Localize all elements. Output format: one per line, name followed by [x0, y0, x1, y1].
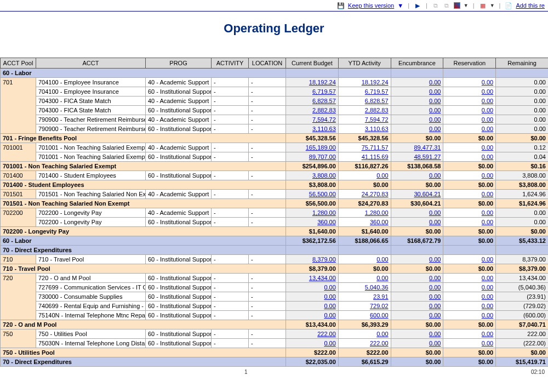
drill-link[interactable]: 0.00: [482, 284, 493, 291]
drill-link[interactable]: 18,192.24: [309, 79, 336, 86]
drill-link[interactable]: 23.91: [373, 293, 389, 300]
play-icon[interactable]: ▶: [414, 2, 421, 9]
chart-icon[interactable]: ▦: [479, 2, 487, 9]
drill-link[interactable]: 0.00: [376, 256, 388, 263]
drill-link[interactable]: 0.00: [482, 293, 493, 300]
drill-link[interactable]: 30,604.21: [414, 191, 441, 197]
drill-link[interactable]: 165,189.00: [306, 144, 336, 151]
drill-link[interactable]: 89,477.31: [414, 144, 441, 151]
drill-link[interactable]: 0.00: [429, 303, 441, 309]
drill-link[interactable]: 360.00: [317, 219, 336, 225]
dropdown-icon-3[interactable]: ▼: [490, 3, 495, 8]
drill-link[interactable]: 0.00: [482, 144, 493, 151]
drill-link[interactable]: 75,711.57: [362, 144, 389, 151]
drill-link[interactable]: 0.00: [429, 340, 441, 346]
drill-link[interactable]: 0.00: [429, 209, 441, 216]
add-report-link[interactable]: Add this re: [516, 2, 545, 9]
drill-link[interactable]: 729.02: [370, 303, 389, 309]
drill-link[interactable]: 222.00: [370, 340, 389, 346]
cell-act: -: [212, 115, 249, 124]
drill-link[interactable]: 0.00: [429, 331, 441, 337]
cell-ytd: 24,270.83: [338, 190, 391, 199]
drill-link[interactable]: 6,828.57: [312, 98, 336, 104]
drill-link[interactable]: 0.00: [429, 256, 441, 263]
drill-link[interactable]: 3,110.63: [312, 126, 336, 132]
drill-link[interactable]: 0.00: [376, 172, 388, 179]
drill-link[interactable]: 0.00: [482, 154, 493, 160]
drill-link[interactable]: 2,882.83: [365, 107, 389, 113]
drill-link[interactable]: 0.00: [482, 107, 493, 113]
drill-link[interactable]: 0.00: [429, 98, 441, 104]
column-header: Encumbrance: [391, 58, 443, 69]
drill-link[interactable]: 0.00: [482, 331, 493, 337]
dropdown-icon-2[interactable]: ▼: [464, 3, 469, 8]
drill-link[interactable]: 3,808.00: [312, 172, 336, 179]
drill-link[interactable]: 0.00: [482, 312, 493, 319]
drill-link[interactable]: 0.00: [429, 107, 441, 113]
drill-link[interactable]: 1,280.00: [365, 209, 389, 216]
cell-res: 0.00: [443, 124, 496, 134]
group-label: 720 - O and M Pool: [1, 320, 286, 329]
drill-link[interactable]: 0.00: [376, 275, 388, 281]
drill-link[interactable]: 0.00: [429, 312, 441, 319]
drill-link[interactable]: 0.00: [324, 284, 335, 291]
drill-link[interactable]: 0.00: [324, 312, 335, 319]
drill-link[interactable]: 0.00: [429, 116, 441, 123]
drill-link[interactable]: 0.00: [429, 172, 441, 179]
drill-link[interactable]: 41,115.69: [362, 154, 389, 160]
drill-link[interactable]: 0.00: [482, 275, 493, 281]
drill-link[interactable]: 0.00: [482, 209, 493, 216]
keep-version-link[interactable]: Keep this version: [348, 2, 394, 9]
drill-link[interactable]: 0.00: [324, 293, 335, 300]
drill-link[interactable]: 0.00: [482, 172, 493, 179]
drill-link[interactable]: 0.00: [482, 256, 493, 263]
drill-link[interactable]: 0.00: [429, 275, 441, 281]
drill-link[interactable]: 0.00: [482, 79, 493, 86]
drill-link[interactable]: 0.00: [482, 116, 493, 123]
cell-enc: 0.00: [391, 78, 443, 87]
drill-link[interactable]: 0.00: [482, 126, 493, 132]
drill-link[interactable]: 5,040.36: [365, 284, 389, 291]
drill-link[interactable]: 600.00: [370, 312, 389, 319]
drill-link[interactable]: 0.00: [324, 340, 335, 346]
cell-loc: -: [249, 218, 286, 227]
drill-link[interactable]: 0.00: [324, 303, 335, 309]
export-icon-1[interactable]: ⧉: [432, 2, 439, 9]
export-icon-2[interactable]: ⧉: [443, 2, 450, 9]
drill-link[interactable]: 0.00: [429, 219, 441, 225]
drill-link[interactable]: 0.00: [429, 284, 441, 291]
drill-link[interactable]: 48,591.27: [414, 154, 441, 160]
drill-link[interactable]: 6,828.57: [365, 98, 389, 104]
drill-link[interactable]: 0.00: [482, 340, 493, 346]
table-row: 790900 - Teacher Retirement Reimbursemen…: [1, 124, 549, 134]
drill-link[interactable]: 0.00: [482, 191, 493, 197]
drill-link[interactable]: 222.00: [317, 331, 336, 337]
color-chip-icon[interactable]: [454, 2, 460, 9]
drill-link[interactable]: 1,280.00: [312, 209, 336, 216]
group-total: $8,379.00: [496, 264, 548, 274]
drill-link[interactable]: 0.00: [429, 126, 441, 132]
drill-link[interactable]: 8,379.00: [312, 256, 336, 263]
drill-link[interactable]: 7,594.72: [365, 116, 389, 123]
drill-link[interactable]: 56,500.00: [309, 191, 336, 197]
dropdown-icon[interactable]: ▼: [397, 2, 403, 9]
drill-link[interactable]: 18,192.24: [362, 79, 389, 86]
drill-link[interactable]: 0.00: [429, 293, 441, 300]
drill-link[interactable]: 0.00: [482, 98, 493, 104]
drill-link[interactable]: 13,434.00: [309, 275, 336, 281]
drill-link[interactable]: 2,882.83: [312, 107, 336, 113]
drill-link[interactable]: 0.00: [482, 88, 493, 95]
drill-link[interactable]: 0.00: [482, 303, 493, 309]
drill-link[interactable]: 6,719.57: [365, 88, 389, 95]
drill-link[interactable]: 0.00: [376, 331, 388, 337]
drill-link[interactable]: 89,707.00: [309, 154, 336, 160]
drill-link[interactable]: 7,594.72: [312, 116, 336, 123]
group-label: 60 - Labor: [1, 69, 286, 78]
drill-link[interactable]: 0.00: [482, 219, 493, 225]
drill-link[interactable]: 24,270.83: [362, 191, 389, 197]
drill-link[interactable]: 0.00: [429, 88, 441, 95]
drill-link[interactable]: 360.00: [370, 219, 389, 225]
drill-link[interactable]: 6,719.57: [312, 88, 336, 95]
drill-link[interactable]: 0.00: [429, 79, 441, 86]
drill-link[interactable]: 3,110.63: [365, 126, 389, 132]
